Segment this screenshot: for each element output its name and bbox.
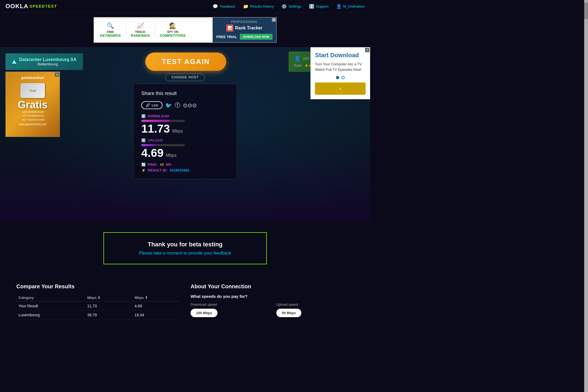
about-upload-preset[interactable]: 50 Mbps	[276, 309, 301, 317]
carousel-dot-2[interactable]	[341, 76, 345, 79]
settings-icon: ⚙️	[281, 4, 287, 9]
about-section: About Your Connection What speeds do you…	[191, 283, 354, 320]
right-ad-cta-button[interactable]: ›	[315, 82, 366, 95]
left-ad-url: www.gebuhrenfrei.com	[19, 123, 47, 126]
right-ad-close[interactable]: X	[365, 48, 369, 52]
compare-title: Compare Your Results	[16, 283, 180, 290]
rank-tracker-label: Rank Tracker	[235, 26, 262, 30]
ad-spy-competitors: 🕵️ SPY ON COMPETITORS	[156, 22, 189, 38]
nav-user[interactable]: 👤 M_Ordinateur	[336, 4, 365, 9]
header: OOKLA SPEEDTEST 💬 Feedback 📁 Results His…	[0, 0, 370, 13]
change-host-button[interactable]: CHANGE HOST	[165, 74, 205, 81]
upload-bar	[141, 144, 185, 146]
beta-box: Thank you for beta testing Please take a…	[103, 232, 267, 264]
compare-table: Category Mbps ⬇ Mbps ⬆ Your Result 11.73…	[16, 294, 180, 320]
col-category: Category	[16, 294, 85, 302]
about-row: Download speed 100 Mbps Upload speed 50 …	[191, 302, 354, 317]
chart-icon: 📈	[137, 22, 144, 29]
share-facebook-button[interactable]: ⓕ	[175, 102, 180, 109]
upload-bar-fill	[141, 144, 155, 146]
link-icon: 🔗	[146, 103, 150, 107]
datacenter-name: Datacenter Luxembourg SA	[19, 57, 76, 62]
ad-rank-tracker: 📊 Rank Tracker	[226, 24, 262, 32]
free-trial-label: FREE TRIAL	[216, 35, 237, 39]
left-ad-close[interactable]: X	[55, 72, 59, 77]
left-ad: X gebührenfrei! Gold Gratis · kein Minde…	[5, 72, 60, 137]
logo-ookla: OOKLA	[5, 3, 28, 10]
col-mbps-up: Mbps ⬆	[132, 294, 180, 302]
ad-top-right: PROFESSIONAL 📊 Rank Tracker FREE TRIAL D…	[213, 17, 277, 42]
main-content: X gebührenfrei! Gold Gratis · kein Minde…	[0, 47, 370, 221]
ping-icon: 🔄	[141, 163, 146, 167]
nav-support[interactable]: ℹ️ Support	[309, 4, 329, 9]
col-mbps-down: Mbps ⬇	[85, 294, 132, 302]
result-id-icon: ⚡	[141, 168, 146, 172]
row-up: 4.69	[132, 302, 180, 311]
row-down: 11.73	[85, 302, 132, 311]
download-icon: ⬇️	[141, 114, 146, 118]
isp-label: ISP:	[303, 57, 310, 61]
right-ad-dots	[315, 76, 366, 79]
upload-result-row: ⬆️ UPLOAD 4.69 Mbps	[141, 138, 229, 159]
history-icon: 📁	[243, 4, 249, 9]
download-now-button[interactable]: DOWNLOAD NOW	[240, 34, 272, 40]
share-title: Share this result	[141, 91, 229, 96]
carousel-dot-1[interactable]	[336, 76, 339, 79]
ad-banner-top: X 🔍 FIND KEYWORDS 📈 TRACK RANKINGS 🕵️ SP…	[94, 17, 277, 43]
table-row: Luxembourg 39.79 19.04	[16, 311, 180, 320]
row-down: 39.79	[85, 311, 132, 320]
left-ad-card-label: Gold	[29, 89, 36, 92]
about-upload-col: Upload speed 50 Mbps	[276, 302, 354, 317]
datacenter-city: Bettembourg	[19, 62, 76, 66]
share-more-button[interactable]: ⊙⊙⊙	[183, 102, 197, 109]
download-bar-fill	[141, 120, 170, 122]
test-again-button[interactable]: TEST AGAIN	[145, 53, 226, 71]
spy-icon: 🕵️	[169, 22, 176, 29]
share-actions: 🔗 Link 🐦 ⓕ ⊙⊙⊙	[141, 101, 229, 109]
right-ad-subtitle: Turn Your Computer into a TV Watch Full …	[315, 62, 366, 72]
left-ad-card: Gold	[20, 83, 45, 98]
about-download-preset[interactable]: 100 Mbps	[191, 309, 218, 317]
search-icon: 🔍	[107, 22, 114, 29]
nav: 💬 Feedback 📁 Results History ⚙️ Settings…	[213, 4, 365, 9]
about-download-col: Download speed 100 Mbps	[191, 302, 268, 317]
download-bar	[141, 120, 185, 122]
upload-icon: ⬆️	[141, 138, 146, 142]
ad-divider-1	[126, 23, 126, 37]
ping-row: 🔄 PING: 43 MS	[141, 163, 229, 167]
about-question: What speeds do you pay for?	[191, 294, 354, 299]
result-id-link[interactable]: 4318019382	[170, 168, 189, 172]
compare-section: Compare Your Results Category Mbps ⬇ Mbp…	[16, 283, 180, 320]
ping-value: 43	[160, 163, 164, 167]
left-ad-tagline: gebührenfrei!	[21, 76, 44, 80]
right-ad: X Start Download Turn Your Computer into…	[310, 47, 370, 99]
row-category: Luxembourg	[16, 311, 85, 320]
feedback-icon: 💬	[213, 4, 218, 9]
isp-rate-label: Rate:	[294, 63, 302, 68]
ad-find-keywords: 🔍 FIND KEYWORDS	[96, 22, 125, 38]
left-ad-gratis: Gratis	[18, 100, 48, 110]
logo-speedtest: SPEEDTEST	[29, 4, 57, 8]
beta-feedback-link[interactable]: Please take a moment to provide your fee…	[139, 251, 231, 255]
table-row: Your Result 11.73 4.69	[16, 302, 180, 311]
about-download-label: Download speed	[191, 302, 268, 307]
ad-top-close[interactable]: X	[272, 18, 276, 22]
share-twitter-button[interactable]: 🐦	[165, 102, 172, 109]
share-link-button[interactable]: 🔗 Link	[141, 101, 163, 109]
datacenter-button[interactable]: Datacenter Luxembourg SA Bettembourg	[5, 53, 83, 70]
bottom-sections: Compare Your Results Category Mbps ⬇ Mbp…	[0, 275, 370, 328]
nav-feedback[interactable]: 💬 Feedback	[213, 4, 235, 9]
about-upload-label: Upload speed	[276, 302, 354, 307]
right-ad-title: Start Download	[315, 52, 366, 59]
upload-unit: Mbps	[166, 153, 176, 158]
user-icon: 👤	[336, 4, 342, 9]
nav-results-history[interactable]: 📁 Results History	[243, 4, 274, 9]
row-category: Your Result	[16, 302, 85, 311]
datacenter-info: Datacenter Luxembourg SA Bettembourg	[19, 57, 76, 66]
row-up: 19.04	[132, 311, 180, 320]
nav-settings[interactable]: ⚙️ Settings	[281, 4, 301, 9]
ad-top-left: 🔍 FIND KEYWORDS 📈 TRACK RANKINGS 🕵️ SPY …	[94, 19, 213, 41]
left-ad-bullets: · kein Mindestumsatz · 24 h Kundenservic…	[21, 110, 44, 122]
beta-section: Thank you for beta testing Please take a…	[0, 221, 370, 275]
datacenter-icon	[12, 60, 16, 64]
